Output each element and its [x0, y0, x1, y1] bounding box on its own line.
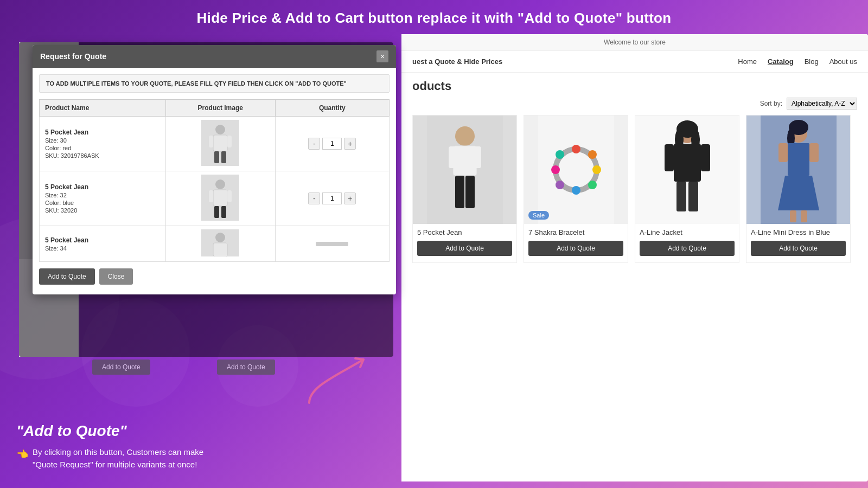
- store-nav: uest a Quote & Hide Prices Home Catalog …: [401, 51, 868, 73]
- product-image-jean: [413, 115, 516, 224]
- store-page-title: oducts: [401, 73, 868, 98]
- products-grid: 5 Pocket Jean Add to Quote: [401, 115, 868, 263]
- product-color-1: Color: red: [45, 145, 160, 151]
- svg-rect-51: [214, 206, 219, 218]
- bg-add-quote-btn-1[interactable]: Add to Quote: [92, 359, 150, 375]
- product-card-jacket: A-Line Jacket Add to Quote: [635, 115, 739, 263]
- product-size-2: Size: 32: [45, 192, 160, 198]
- qty-input-2[interactable]: [322, 192, 342, 204]
- svg-rect-52: [221, 206, 226, 218]
- modal-instruction: TO ADD MULTIPLE ITEMS TO YOUR QUOTE, PLE…: [39, 74, 390, 93]
- add-to-quote-btn-dress[interactable]: Add to Quote: [751, 241, 846, 256]
- qty-control-1: - +: [281, 138, 384, 150]
- store-top-bar: Welcome to our store: [401, 34, 868, 51]
- table-row: 5 Pocket Jean Size: 32 Color: blue SKU: …: [40, 171, 390, 226]
- modal-header: Request for Quote ×: [33, 45, 396, 68]
- modal-close-button[interactable]: ×: [376, 50, 388, 62]
- qty-input-1[interactable]: [322, 138, 342, 150]
- svg-point-10: [588, 150, 597, 159]
- modal-add-to-quote-button[interactable]: Add to Quote: [39, 268, 95, 285]
- svg-rect-6: [474, 146, 481, 168]
- product-card-bracelet: Sale 7 Shakra Bracelet Add to Quote: [524, 115, 628, 263]
- qty-cell-2: - +: [275, 171, 389, 226]
- svg-rect-31: [788, 143, 809, 176]
- qty-plus-1[interactable]: +: [344, 138, 356, 150]
- product-color-2: Color: blue: [45, 200, 160, 206]
- product-sku-1: SKU: 32019786ASK: [45, 152, 160, 159]
- svg-rect-46: [209, 136, 213, 147]
- svg-point-13: [572, 186, 580, 195]
- svg-rect-33: [778, 143, 788, 162]
- svg-rect-57: [213, 243, 227, 256]
- add-to-quote-heading: "Add to Quote": [16, 422, 203, 440]
- qty-plus-2[interactable]: +: [344, 192, 356, 204]
- svg-point-49: [215, 179, 225, 189]
- sale-badge: Sale: [528, 211, 549, 220]
- qty-cell-1: - +: [275, 117, 389, 171]
- product-info-1: 5 Pocket Jean Size: 30 Color: red SKU: 3…: [40, 117, 166, 171]
- svg-point-15: [551, 165, 560, 174]
- svg-rect-7: [538, 115, 614, 224]
- product-name-jean: 5 Pocket Jean: [413, 224, 516, 237]
- nav-catalog[interactable]: Catalog: [768, 57, 794, 66]
- svg-rect-25: [676, 182, 686, 211]
- svg-rect-3: [455, 176, 464, 208]
- svg-point-56: [215, 233, 225, 242]
- qty-cell-3: [275, 226, 389, 262]
- product-sku-2: SKU: 32020: [45, 207, 160, 214]
- svg-rect-50: [213, 190, 227, 206]
- table-col-product: Product Name: [40, 100, 166, 117]
- product-image-jacket: [635, 115, 739, 224]
- svg-rect-44: [214, 151, 219, 163]
- svg-point-1: [455, 126, 475, 146]
- svg-point-9: [572, 145, 580, 153]
- product-img-cell-3: [166, 226, 276, 262]
- svg-point-11: [592, 165, 601, 174]
- product-img-cell-2: [166, 171, 276, 226]
- qty-control-2: - +: [281, 192, 384, 204]
- svg-rect-24: [701, 144, 710, 171]
- svg-rect-23: [665, 144, 674, 171]
- svg-rect-22: [674, 144, 701, 182]
- add-to-quote-btn-jacket[interactable]: Add to Quote: [640, 241, 735, 256]
- qty-minus-1[interactable]: -: [308, 138, 320, 150]
- add-to-quote-btn-bracelet[interactable]: Add to Quote: [528, 241, 623, 256]
- svg-rect-5: [449, 146, 456, 168]
- table-col-qty: Quantity: [275, 100, 389, 117]
- svg-point-16: [556, 150, 564, 159]
- svg-rect-2: [453, 146, 477, 176]
- bg-add-quote-btn-2[interactable]: Add to Quote: [217, 359, 275, 375]
- table-col-image: Product Image: [166, 100, 276, 117]
- svg-rect-54: [227, 190, 232, 202]
- svg-rect-36: [801, 210, 807, 222]
- quote-table: Product Name Product Image Quantity 5 Po…: [39, 99, 390, 262]
- qty-minus-2[interactable]: -: [308, 192, 320, 204]
- product-image-bracelet: Sale: [524, 115, 628, 224]
- modal-close-btn[interactable]: Close: [99, 268, 133, 285]
- table-row: 5 Pocket Jean Size: 34: [40, 226, 390, 262]
- product-info-3: 5 Pocket Jean Size: 34: [40, 226, 166, 262]
- modal-title: Request for Quote: [40, 52, 106, 61]
- sort-select[interactable]: Alphabetically, A-Z: [787, 98, 857, 110]
- svg-rect-47: [227, 136, 232, 147]
- modal-footer: Add to Quote Close: [33, 262, 396, 289]
- product-name-jacket: A-Line Jacket: [635, 224, 739, 237]
- svg-rect-34: [809, 143, 819, 162]
- product-size-1: Size: 30: [45, 137, 160, 144]
- product-thumbnail-1: [201, 120, 239, 166]
- page-title: Hide Price & Add to Cart button replace …: [0, 0, 868, 34]
- add-to-quote-desc-text: By clicking on this button, Customers ca…: [33, 446, 203, 471]
- nav-about[interactable]: About us: [829, 57, 857, 66]
- svg-rect-35: [790, 210, 796, 222]
- product-card-jean: 5 Pocket Jean Add to Quote: [412, 115, 517, 263]
- bottom-section: "Add to Quote" 👈 By clicking on this but…: [16, 422, 203, 471]
- sort-bar: Sort by: Alphabetically, A-Z: [401, 98, 868, 115]
- svg-rect-45: [221, 151, 226, 163]
- bg-add-to-quote-2: Add to Quote: [217, 359, 275, 375]
- add-to-quote-btn-jean[interactable]: Add to Quote: [417, 241, 512, 256]
- product-name-dress: A-Line Mini Dress in Blue: [746, 224, 850, 237]
- store-nav-links: Home Catalog Blog About us: [738, 57, 857, 66]
- nav-home[interactable]: Home: [738, 57, 757, 66]
- svg-rect-26: [688, 182, 698, 211]
- nav-blog[interactable]: Blog: [805, 57, 819, 66]
